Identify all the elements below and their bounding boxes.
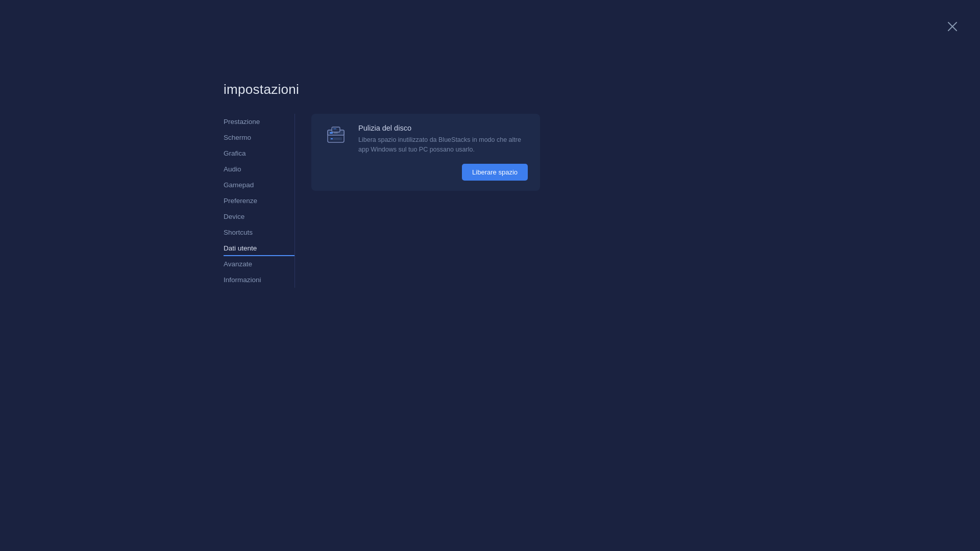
settings-container: impostazioni PrestazioneSchermoGraficaAu… xyxy=(224,82,540,288)
disk-icon xyxy=(324,124,348,148)
content-panel: Pulizia del disco Libera spazio inutiliz… xyxy=(295,114,540,288)
close-button[interactable] xyxy=(945,19,960,34)
sidebar-item-preferenze[interactable]: Preferenze xyxy=(224,193,295,209)
disk-cleanup-card: Pulizia del disco Libera spazio inutiliz… xyxy=(311,114,540,191)
sidebar-item-shortcuts[interactable]: Shortcuts xyxy=(224,224,295,240)
free-space-button[interactable]: Liberare spazio xyxy=(462,164,528,181)
svg-rect-7 xyxy=(331,138,333,139)
sidebar-item-grafica[interactable]: Grafica xyxy=(224,145,295,161)
svg-rect-12 xyxy=(333,130,338,130)
sidebar-item-informazioni[interactable]: Informazioni xyxy=(224,272,295,288)
sidebar-item-gamepad[interactable]: Gamepad xyxy=(224,177,295,193)
sidebar-item-prestazione[interactable]: Prestazione xyxy=(224,114,295,130)
page-title: impostazioni xyxy=(224,82,540,97)
svg-rect-11 xyxy=(333,129,336,129)
svg-rect-5 xyxy=(334,133,338,134)
card-title: Pulizia del disco xyxy=(358,124,528,132)
settings-layout: PrestazioneSchermoGraficaAudioGamepadPre… xyxy=(224,114,540,288)
sidebar: PrestazioneSchermoGraficaAudioGamepadPre… xyxy=(224,114,295,288)
card-footer: Liberare spazio xyxy=(358,164,528,181)
svg-rect-8 xyxy=(334,139,340,139)
sidebar-item-device[interactable]: Device xyxy=(224,209,295,224)
sidebar-item-avanzate[interactable]: Avanzate xyxy=(224,256,295,272)
card-description: Libera spazio inutilizzato da BlueStacks… xyxy=(358,135,528,155)
sidebar-item-dati-utente[interactable]: Dati utente xyxy=(224,240,295,256)
sidebar-item-audio[interactable]: Audio xyxy=(224,161,295,177)
sidebar-item-schermo[interactable]: Schermo xyxy=(224,130,295,145)
card-body: Pulizia del disco Libera spazio inutiliz… xyxy=(358,124,528,181)
